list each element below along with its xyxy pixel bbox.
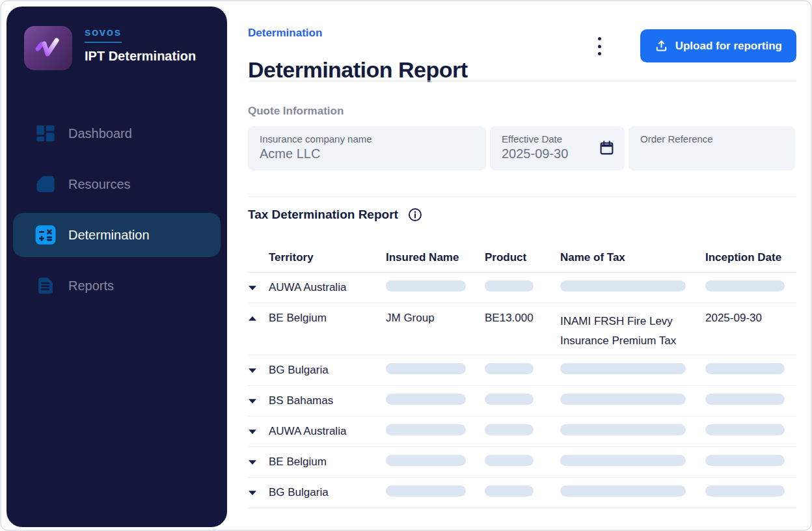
tax-cell: INAMI FRSH Fire LevyInsurance Premium Ta…: [560, 312, 705, 351]
product-cell: BE13.000: [485, 312, 560, 325]
territory-cell: AUWA Australia: [269, 425, 386, 438]
sidebar-item-dashboard[interactable]: Dashboard: [13, 111, 221, 156]
field-value: 2025-09-30: [502, 146, 613, 161]
skeleton-pill: [560, 455, 686, 466]
product-cell: [485, 280, 560, 295]
tax-cell: [560, 485, 705, 500]
kebab-dot: [598, 45, 601, 48]
calculator-icon: [33, 222, 59, 248]
quote-fields: Insurance company name Acme LLC Effectiv…: [248, 126, 795, 170]
territory-cell: BE Belgium: [269, 312, 386, 325]
table-body: AUWA Australia BE Belgium JM Group BE13.…: [248, 273, 796, 508]
tax-cell: [560, 394, 705, 408]
logo-v-glyph: [33, 34, 63, 62]
skeleton-pill: [705, 455, 785, 466]
inception-cell: [705, 363, 796, 377]
field-label: Effective Date: [502, 133, 613, 144]
insured-cell: [386, 485, 485, 500]
product-cell: [485, 455, 560, 469]
inception-cell: [705, 280, 796, 295]
chevron-icon: [248, 429, 257, 435]
table-row[interactable]: AUWA Australia: [248, 416, 796, 447]
skeleton-pill: [386, 424, 466, 435]
info-icon[interactable]: [408, 208, 422, 222]
tax-cell: [560, 280, 705, 295]
table-row[interactable]: BE Belgium JM Group BE13.000 INAMI FRSH …: [248, 303, 796, 355]
insured-cell: [386, 363, 485, 377]
breadcrumb[interactable]: Determination: [248, 27, 322, 40]
skeleton-pill: [386, 394, 466, 405]
skeleton-pill: [485, 280, 534, 292]
sidebar-item-label: Reports: [68, 279, 114, 293]
field-effective-date[interactable]: Effective Date 2025-09-30: [490, 126, 625, 170]
tax-cell: [560, 424, 705, 439]
chevron-icon: [248, 490, 257, 496]
page-title: Determination Report: [248, 57, 468, 83]
field-order-reference[interactable]: Order Reference: [629, 126, 795, 170]
skeleton-pill: [705, 394, 785, 405]
skeleton-pill: [386, 485, 466, 497]
insured-cell: [386, 424, 485, 439]
tax-cell: [560, 363, 705, 377]
product-cell: [485, 363, 560, 377]
expand-toggle[interactable]: [248, 285, 269, 291]
sidebar-item-resources[interactable]: Resources: [13, 162, 221, 206]
skeleton-pill: [705, 280, 785, 292]
skeleton-pill: [560, 485, 686, 497]
insured-cell: [386, 394, 485, 408]
sidebar-nav: Dashboard Resources: [13, 111, 221, 308]
inception-cell: [705, 485, 796, 500]
chevron-icon: [248, 316, 257, 321]
kebab-dot: [598, 52, 601, 55]
territory-cell: BS Bahamas: [269, 394, 386, 407]
inception-cell: 2025-09-30: [705, 312, 796, 325]
expand-toggle[interactable]: [248, 490, 269, 496]
table-row[interactable]: BG Bulgaria: [248, 355, 796, 386]
product-cell: [485, 485, 560, 500]
chevron-icon: [248, 398, 257, 404]
field-insurance-company-name[interactable]: Insurance company name Acme LLC: [248, 126, 486, 170]
brand-wordmark: sovos: [85, 26, 122, 43]
column-product: Product: [485, 251, 560, 264]
column-insured-name: Insured Name: [386, 251, 485, 264]
calendar-icon[interactable]: [599, 140, 614, 158]
skeleton-pill: [560, 280, 686, 292]
skeleton-pill: [705, 485, 785, 497]
table-row[interactable]: BG Bulgaria: [248, 478, 796, 508]
quote-information-title: Quote Information: [248, 105, 344, 118]
upload-for-reporting-button[interactable]: Upload for reporting: [640, 29, 796, 62]
expand-toggle[interactable]: [248, 429, 269, 435]
table-row[interactable]: BS Bahamas: [248, 386, 796, 416]
expand-toggle[interactable]: [248, 398, 269, 404]
sidebar-item-label: Resources: [68, 177, 131, 192]
skeleton-pill: [386, 455, 466, 466]
report-section-header: Tax Determination Report: [248, 208, 422, 222]
expand-toggle[interactable]: [248, 312, 269, 321]
kebab-dot: [598, 37, 601, 40]
field-value: Acme LLC: [260, 146, 474, 161]
insured-cell: [386, 455, 485, 469]
table-row[interactable]: AUWA Australia: [248, 273, 796, 303]
kebab-menu-button[interactable]: [593, 37, 605, 55]
skeleton-pill: [485, 485, 534, 497]
sidebar-item-determination[interactable]: Determination: [13, 213, 221, 257]
expand-toggle[interactable]: [248, 459, 269, 465]
skeleton-pill: [705, 424, 785, 435]
sidebar-item-label: Determination: [68, 228, 150, 243]
table-row[interactable]: BE Belgium: [248, 447, 796, 478]
inception-cell: [705, 455, 796, 469]
tax-determination-report-title: Tax Determination Report: [248, 208, 398, 222]
skeleton-pill: [386, 280, 466, 292]
column-territory: Territory: [269, 251, 386, 264]
product-name: IPT Determination: [85, 48, 198, 64]
brand-block: sovos IPT Determination: [24, 26, 198, 70]
skeleton-pill: [560, 363, 686, 374]
sidebar-item-reports[interactable]: Reports: [13, 264, 221, 308]
tax-cell: [560, 455, 705, 469]
field-label: Order Reference: [640, 133, 783, 144]
skeleton-pill: [560, 424, 686, 435]
skeleton-pill: [560, 394, 686, 405]
column-spacer: [248, 251, 269, 264]
chevron-icon: [248, 285, 257, 291]
expand-toggle[interactable]: [248, 368, 269, 374]
